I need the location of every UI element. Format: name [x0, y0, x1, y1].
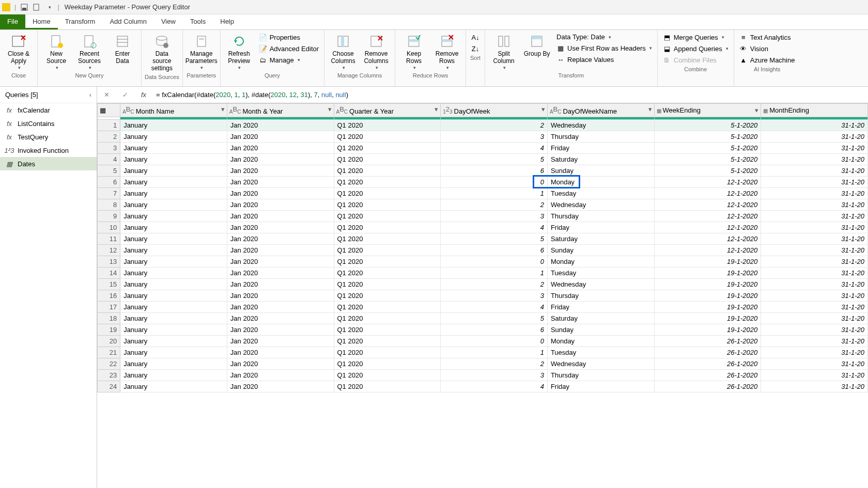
- cell-quarter-year[interactable]: Q1 2020: [334, 290, 441, 302]
- table-row[interactable]: 5JanuaryJan 2020Q1 20206Sunday5-1-202031…: [98, 165, 868, 177]
- cell-month-year[interactable]: Jan 2020: [227, 245, 334, 256]
- cell-day-of-week-name[interactable]: Tuesday: [547, 188, 654, 199]
- cell-month[interactable]: January: [120, 245, 227, 256]
- cell-month-ending[interactable]: 31-1-20: [761, 267, 868, 279]
- table-row[interactable]: 23JanuaryJan 2020Q1 20203Thursday26-1-20…: [98, 370, 868, 381]
- cell-week-ending[interactable]: 19-1-2020: [654, 256, 761, 267]
- remove-rows-button[interactable]: Remove Rows: [431, 32, 462, 71]
- cell-month[interactable]: January: [120, 120, 227, 131]
- cell-month-year[interactable]: Jan 2020: [227, 120, 334, 131]
- cell-day-of-week[interactable]: 0: [441, 177, 548, 188]
- group-by-button[interactable]: Group By: [521, 32, 552, 59]
- cell-week-ending[interactable]: 19-1-2020: [654, 290, 761, 302]
- table-row[interactable]: 20JanuaryJan 2020Q1 20200Monday26-1-2020…: [98, 336, 868, 347]
- cell-week-ending[interactable]: 5-1-2020: [654, 120, 761, 131]
- cell-month[interactable]: January: [120, 211, 227, 222]
- cell-day-of-week-name[interactable]: Friday: [547, 143, 654, 154]
- cell-day-of-week-name[interactable]: Wednesday: [547, 120, 654, 131]
- col-month-name[interactable]: ABCMonth Name▾: [120, 104, 227, 117]
- cell-day-of-week[interactable]: 2: [441, 358, 548, 370]
- cell-quarter-year[interactable]: Q1 2020: [334, 256, 441, 267]
- remove-columns-button[interactable]: Remove Columns: [361, 32, 392, 71]
- cell-day-of-week-name[interactable]: Wednesday: [547, 279, 654, 290]
- col-month-ending[interactable]: ▦MonthEnding: [761, 104, 868, 117]
- cell-week-ending[interactable]: 26-1-2020: [654, 370, 761, 381]
- cell-month-year[interactable]: Jan 2020: [227, 302, 334, 313]
- row-number[interactable]: 6: [98, 177, 120, 188]
- azure-ml-button[interactable]: ▲Azure Machine: [737, 55, 797, 65]
- collapse-pane-icon[interactable]: ‹: [89, 91, 91, 99]
- cell-week-ending[interactable]: 5-1-2020: [654, 143, 761, 154]
- query-item-invoked-function[interactable]: 1²3Invoked Function: [0, 144, 97, 157]
- cell-day-of-week[interactable]: 0: [441, 256, 548, 267]
- cell-day-of-week[interactable]: 5: [441, 313, 548, 324]
- filter-icon[interactable]: ▾: [328, 105, 332, 113]
- query-item-fxcalendar[interactable]: fxfxCalendar: [0, 103, 97, 117]
- cell-week-ending[interactable]: 19-1-2020: [654, 279, 761, 290]
- data-grid[interactable]: ▦ ABCMonth Name▾ ABCMonth & Year▾ ABCQua…: [97, 103, 868, 488]
- row-number[interactable]: 11: [98, 233, 120, 245]
- table-row[interactable]: 1JanuaryJan 2020Q1 20202Wednesday5-1-202…: [98, 120, 868, 131]
- cell-day-of-week[interactable]: 4: [441, 222, 548, 233]
- cell-quarter-year[interactable]: Q1 2020: [334, 120, 441, 131]
- manage-query-button[interactable]: 🗂Manage: [257, 55, 321, 65]
- cell-month-year[interactable]: Jan 2020: [227, 381, 334, 392]
- choose-columns-button[interactable]: Choose Columns: [328, 32, 359, 71]
- cell-month-year[interactable]: Jan 2020: [227, 199, 334, 211]
- cell-month-ending[interactable]: 31-1-20: [761, 347, 868, 358]
- cell-week-ending[interactable]: 12-1-2020: [654, 199, 761, 211]
- cell-month-year[interactable]: Jan 2020: [227, 279, 334, 290]
- row-number[interactable]: 1: [98, 120, 120, 131]
- table-row[interactable]: 2JanuaryJan 2020Q1 20203Thursday5-1-2020…: [98, 131, 868, 143]
- cell-quarter-year[interactable]: Q1 2020: [334, 131, 441, 143]
- cell-quarter-year[interactable]: Q1 2020: [334, 381, 441, 392]
- refresh-preview-button[interactable]: Refresh Preview: [224, 32, 255, 71]
- cell-day-of-week[interactable]: 1: [441, 188, 548, 199]
- cell-day-of-week[interactable]: 3: [441, 211, 548, 222]
- cell-month-ending[interactable]: 31-1-20: [761, 279, 868, 290]
- qat-dropdown-icon[interactable]: [32, 3, 41, 12]
- cell-week-ending[interactable]: 19-1-2020: [654, 267, 761, 279]
- tab-home[interactable]: Home: [25, 14, 58, 29]
- cell-day-of-week-name[interactable]: Thursday: [547, 211, 654, 222]
- cell-month[interactable]: January: [120, 199, 227, 211]
- advanced-editor-button[interactable]: 📝Advanced Editor: [257, 43, 321, 54]
- col-day-of-week-name[interactable]: ABCDayOfWeekName▾: [547, 104, 654, 117]
- cell-month[interactable]: January: [120, 381, 227, 392]
- cell-quarter-year[interactable]: Q1 2020: [334, 347, 441, 358]
- cell-week-ending[interactable]: 19-1-2020: [654, 302, 761, 313]
- cell-month[interactable]: January: [120, 233, 227, 245]
- cell-month-ending[interactable]: 31-1-20: [761, 381, 868, 392]
- cell-month[interactable]: January: [120, 370, 227, 381]
- cell-quarter-year[interactable]: Q1 2020: [334, 279, 441, 290]
- cell-quarter-year[interactable]: Q1 2020: [334, 199, 441, 211]
- cell-month[interactable]: January: [120, 267, 227, 279]
- row-number[interactable]: 22: [98, 358, 120, 370]
- data-source-settings-button[interactable]: Data source settings: [146, 32, 177, 73]
- cell-month[interactable]: January: [120, 358, 227, 370]
- tab-add-column[interactable]: Add Column: [102, 14, 154, 29]
- cell-quarter-year[interactable]: Q1 2020: [334, 222, 441, 233]
- combine-files-button[interactable]: 🗎Combine Files: [661, 55, 731, 65]
- table-corner[interactable]: ▦: [98, 104, 120, 117]
- cell-week-ending[interactable]: 19-1-2020: [654, 324, 761, 336]
- cell-week-ending[interactable]: 26-1-2020: [654, 347, 761, 358]
- cell-day-of-week-name[interactable]: Sunday: [547, 165, 654, 177]
- query-item-testquery[interactable]: fxTestQuery: [0, 130, 97, 144]
- cell-day-of-week[interactable]: 0: [441, 336, 548, 347]
- cell-quarter-year[interactable]: Q1 2020: [334, 165, 441, 177]
- table-row[interactable]: 3JanuaryJan 2020Q1 20204Friday5-1-202031…: [98, 143, 868, 154]
- cell-day-of-week[interactable]: 2: [441, 120, 548, 131]
- cell-month-year[interactable]: Jan 2020: [227, 370, 334, 381]
- cell-quarter-year[interactable]: Q1 2020: [334, 143, 441, 154]
- cell-day-of-week[interactable]: 2: [441, 279, 548, 290]
- cell-day-of-week-name[interactable]: Thursday: [547, 290, 654, 302]
- cell-month-year[interactable]: Jan 2020: [227, 222, 334, 233]
- cell-day-of-week[interactable]: 4: [441, 302, 548, 313]
- save-icon[interactable]: [20, 3, 29, 12]
- row-number[interactable]: 16: [98, 290, 120, 302]
- cell-month-ending[interactable]: 31-1-20: [761, 211, 868, 222]
- row-number[interactable]: 20: [98, 336, 120, 347]
- qat-more-icon[interactable]: [44, 3, 54, 12]
- cell-quarter-year[interactable]: Q1 2020: [334, 245, 441, 256]
